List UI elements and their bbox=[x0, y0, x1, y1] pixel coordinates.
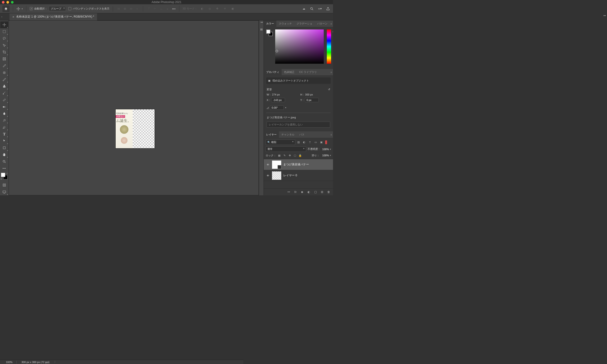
layer-style-icon[interactable]: fx bbox=[293, 190, 297, 194]
align-top-icon[interactable]: ⊤ bbox=[147, 6, 151, 11]
crop-tool[interactable] bbox=[0, 49, 8, 56]
cloud-docs-icon[interactable]: ☁ bbox=[301, 6, 306, 11]
layer-name-label[interactable]: まつげ美容液バナー bbox=[283, 163, 309, 167]
group-layers-icon[interactable]: ▢ bbox=[314, 190, 317, 194]
collapsed-panel-icon[interactable]: ▤ bbox=[259, 27, 263, 31]
panel-collapse-strip[interactable]: ◂◂ ▤ bbox=[259, 20, 263, 195]
window-zoom-button[interactable] bbox=[11, 1, 14, 4]
filter-smart-icon[interactable]: ▣ bbox=[319, 140, 324, 145]
angle-input[interactable] bbox=[270, 105, 284, 110]
quickmask-button[interactable] bbox=[0, 182, 8, 189]
layer-thumbnail[interactable] bbox=[272, 171, 281, 180]
layer-row[interactable]: 👁 まつげ美容液バナー bbox=[264, 159, 333, 170]
tab-chevron-icon[interactable]: » bbox=[1, 16, 2, 18]
filter-shape-icon[interactable]: ▭ bbox=[313, 140, 318, 145]
tab-layers[interactable]: レイヤー bbox=[264, 131, 279, 138]
frame-tool[interactable] bbox=[0, 56, 8, 63]
filter-adjust-icon[interactable]: ◐ bbox=[302, 140, 307, 145]
layers-panel-menu[interactable]: ≡ bbox=[331, 133, 332, 136]
screenmode-button[interactable] bbox=[0, 188, 8, 195]
align-bottom-icon[interactable]: ⊥ bbox=[159, 6, 164, 11]
layer-thumbnail[interactable] bbox=[272, 160, 281, 169]
width-value[interactable]: 274 px bbox=[272, 93, 280, 96]
link-layers-icon[interactable]: ⚯ bbox=[287, 190, 291, 194]
gradient-tool[interactable] bbox=[0, 103, 8, 110]
lock-paint-icon[interactable]: ✎ bbox=[282, 153, 287, 157]
auto-select-target-dropdown[interactable]: グループ bbox=[49, 6, 66, 11]
home-button[interactable] bbox=[2, 5, 10, 12]
delete-layer-icon[interactable]: 🗑 bbox=[327, 190, 331, 194]
tab-swatches[interactable]: スウォッチ bbox=[276, 20, 294, 27]
tab-gradients[interactable]: グラデーショ bbox=[294, 20, 315, 27]
show-bbox-checkbox[interactable] bbox=[68, 7, 71, 10]
move-tool[interactable] bbox=[0, 21, 8, 28]
lock-all-icon[interactable]: 🔒 bbox=[298, 153, 302, 157]
lock-position-icon[interactable]: ✥ bbox=[288, 153, 292, 157]
angle-dropdown-icon[interactable]: ▾ bbox=[285, 106, 286, 109]
eyedropper-tool[interactable] bbox=[0, 63, 8, 69]
layer-comp-dropdown[interactable]: レイヤーカンプを適用しない bbox=[267, 122, 330, 128]
align-center-v-icon[interactable]: ⊢ bbox=[153, 6, 157, 11]
tab-paths[interactable]: パス bbox=[297, 131, 307, 138]
stamp-tool[interactable] bbox=[0, 83, 8, 90]
adjustment-layer-icon[interactable]: ◐ bbox=[307, 190, 311, 194]
foreground-color[interactable] bbox=[1, 173, 5, 177]
opacity-input[interactable] bbox=[320, 148, 329, 151]
tab-adjustments[interactable]: 色調補正 bbox=[282, 69, 297, 76]
layer-visibility-toggle[interactable]: 👁 bbox=[266, 163, 270, 166]
align-right-icon[interactable]: ▤ bbox=[129, 6, 133, 11]
history-brush-tool[interactable] bbox=[0, 90, 8, 97]
color-cursor[interactable] bbox=[276, 50, 278, 52]
distribute-v-icon[interactable]: ⫼ bbox=[165, 6, 170, 11]
window-close-button[interactable] bbox=[2, 1, 4, 4]
collapse-arrows-icon[interactable]: ◂◂ bbox=[261, 21, 263, 23]
lock-artboard-icon[interactable]: ▢ bbox=[293, 153, 297, 157]
layer-mask-icon[interactable]: ◙ bbox=[300, 190, 304, 194]
tab-channels[interactable]: チャンネル bbox=[279, 131, 297, 138]
layer-filter-kind-dropdown[interactable]: 種類 bbox=[266, 140, 295, 145]
marquee-tool[interactable] bbox=[0, 28, 8, 35]
hue-strip[interactable] bbox=[327, 29, 331, 64]
document-canvas[interactable]: 毛美容液 から 2倍配合の ム誕生。 bbox=[116, 109, 155, 148]
tab-color[interactable]: カラー bbox=[264, 20, 276, 27]
auto-select-checkbox[interactable] bbox=[30, 7, 33, 10]
healing-tool[interactable] bbox=[0, 69, 8, 76]
more-options-button[interactable]: ••• bbox=[172, 7, 176, 10]
layer-name-label[interactable]: レイヤー 0 bbox=[283, 173, 297, 178]
workspace-switcher-icon[interactable]: ▭▾ bbox=[317, 6, 322, 11]
hand-tool[interactable] bbox=[0, 151, 8, 158]
type-tool[interactable]: T bbox=[0, 131, 8, 138]
reset-transform-icon[interactable]: ↺ bbox=[328, 88, 330, 91]
eraser-tool[interactable] bbox=[0, 96, 8, 103]
blur-tool[interactable] bbox=[0, 110, 8, 117]
filter-type-icon[interactable]: T bbox=[307, 140, 312, 145]
blend-mode-dropdown[interactable]: 通常 bbox=[266, 146, 306, 152]
tab-libraries[interactable]: CC ライブラリ bbox=[297, 69, 319, 76]
canvas-area[interactable]: 毛美容液 から 2倍配合の ム誕生。 bbox=[9, 20, 259, 195]
x-input[interactable] bbox=[271, 98, 285, 102]
properties-panel-menu[interactable]: ≡ bbox=[331, 71, 332, 74]
swap-colors-icon[interactable]: ⤺ bbox=[6, 172, 8, 174]
path-select-tool[interactable] bbox=[0, 138, 8, 144]
close-tab-button[interactable]: × bbox=[12, 15, 14, 19]
tab-patterns[interactable]: パターン bbox=[315, 20, 330, 27]
window-minimize-button[interactable] bbox=[6, 1, 9, 4]
tab-properties[interactable]: プロパティ bbox=[264, 69, 282, 76]
shape-tool[interactable] bbox=[0, 144, 8, 151]
foreground-background-colors[interactable]: ⤺ ◱ bbox=[1, 173, 8, 179]
share-icon[interactable] bbox=[325, 6, 331, 11]
move-tool-indicator[interactable]: ▾ bbox=[16, 7, 23, 11]
align-center-h-icon[interactable]: ▦ bbox=[123, 6, 127, 11]
document-tab[interactable]: × 名称未設定 1 @ 100% (まつげ美容液バナー, RGB/8/CMYK)… bbox=[10, 13, 97, 20]
reset-colors-icon[interactable]: ◱ bbox=[0, 178, 2, 180]
pen-tool[interactable] bbox=[0, 124, 8, 131]
new-layer-icon[interactable]: ⊞ bbox=[320, 190, 324, 194]
lock-transparency-icon[interactable]: ▩ bbox=[277, 153, 281, 157]
layer-row[interactable]: 👁 レイヤー 0 bbox=[264, 170, 333, 181]
edit-toolbar-button[interactable]: ••• bbox=[0, 165, 8, 172]
color-fg-bg-swatch[interactable] bbox=[266, 29, 273, 36]
zoom-tool[interactable] bbox=[0, 158, 8, 165]
fill-input[interactable] bbox=[320, 154, 329, 157]
filter-toggle-switch[interactable] bbox=[325, 140, 327, 144]
layer-visibility-toggle[interactable]: 👁 bbox=[266, 174, 270, 177]
